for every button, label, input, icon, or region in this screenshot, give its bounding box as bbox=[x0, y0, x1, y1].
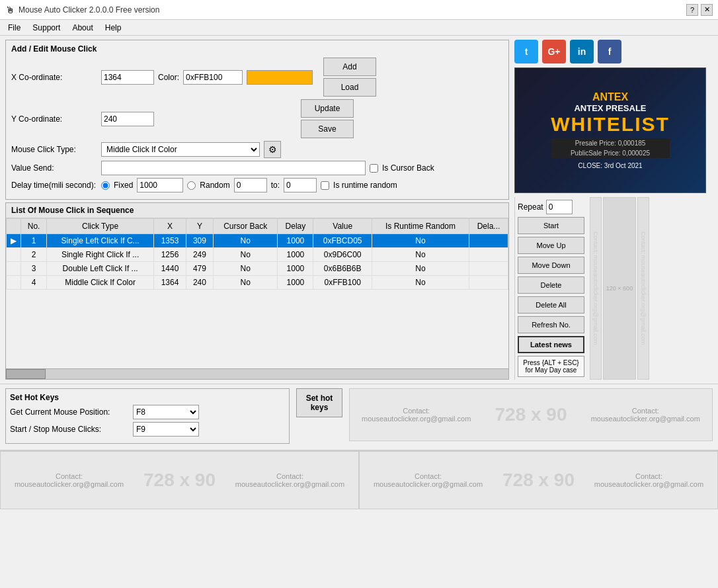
hotkey-ad-1-contact2: Contact: mouseautoclicker.org@gmail.com bbox=[591, 407, 700, 423]
menu-support[interactable]: Support bbox=[27, 22, 65, 34]
title-bar-left: 🖱 Mouse Auto Clicker 2.0.0.0 Free versio… bbox=[5, 5, 159, 15]
bottom-ad-cell-2: Contact: mouseautoclicker.org@gmail.com … bbox=[359, 451, 718, 509]
menu-about[interactable]: About bbox=[67, 22, 98, 34]
table-row[interactable]: 2 Single Right Click If ... 1256 249 No … bbox=[7, 248, 508, 262]
load-button[interactable]: Load bbox=[323, 78, 376, 97]
start-stop-row: Start / Stop Mouse Clicks: F9 F1F2F3F4 F… bbox=[10, 422, 285, 437]
hotkey-ad-1-contact: Contact: mouseautoclicker.org@gmail.com bbox=[362, 407, 471, 423]
runtime-random-label: Is runtime random bbox=[333, 181, 397, 190]
set-hotkeys-button[interactable]: Set hot keys bbox=[296, 388, 342, 417]
runtime-random-checkbox[interactable] bbox=[321, 181, 329, 190]
save-button[interactable]: Save bbox=[301, 120, 354, 138]
side-contacts: Contact: mouseautoclicker.org@gmail.com … bbox=[590, 197, 649, 380]
close-button[interactable]: ✕ bbox=[701, 4, 713, 16]
menu-help[interactable]: Help bbox=[100, 22, 127, 34]
table-row[interactable]: 3 Double Left Click If ... 1440 479 No 1… bbox=[7, 262, 508, 276]
row-delay2 bbox=[469, 276, 508, 290]
help-button[interactable]: ? bbox=[686, 4, 698, 16]
random-to-input[interactable] bbox=[284, 178, 317, 192]
value-send-label: Value Send: bbox=[11, 163, 97, 173]
move-up-button[interactable]: Move Up bbox=[518, 237, 584, 254]
row-cursor-back: No bbox=[213, 276, 278, 290]
color-input[interactable] bbox=[183, 70, 243, 85]
value-send-input[interactable] bbox=[101, 161, 366, 175]
alt-esc-message: Press {ALT + ESC} for May Day case bbox=[518, 356, 584, 377]
row-arrow: ▶ bbox=[7, 234, 21, 248]
repeat-input[interactable] bbox=[546, 200, 573, 214]
row-y: 240 bbox=[186, 276, 214, 290]
title-bar-controls: ? ✕ bbox=[686, 4, 713, 16]
random-radio[interactable] bbox=[187, 181, 196, 190]
cursor-back-checkbox[interactable] bbox=[370, 164, 378, 173]
repeat-row: Repeat bbox=[518, 200, 584, 214]
app-title: Mouse Auto Clicker 2.0.0.0 Free version bbox=[19, 5, 159, 15]
latest-news-button[interactable]: Latest news bbox=[518, 336, 584, 353]
row-value: 0x9D6C00 bbox=[313, 248, 372, 262]
y-input[interactable] bbox=[101, 112, 154, 126]
bottom-ad-size-2: 728 x 90 bbox=[502, 470, 575, 491]
row-is-runtime-random: No bbox=[372, 248, 469, 262]
right-panel-wrapper: Repeat Start Move Up Move Down Delete De… bbox=[514, 197, 713, 380]
row-delay: 1000 bbox=[278, 234, 313, 248]
row-cursor-back: No bbox=[213, 262, 278, 276]
ad-price2: PublicSale Price: 0,000025 bbox=[551, 148, 670, 158]
row-delay: 1000 bbox=[278, 276, 313, 290]
facebook-button[interactable]: f bbox=[598, 40, 621, 63]
value-send-row: Value Send: Is Cursor Back bbox=[11, 161, 503, 175]
bottom-ad-row-1: Contact: mouseautoclicker.org@gmail.com … bbox=[0, 450, 718, 509]
side-contact-2: Contact: mouseautoclicker.org@gmail.com bbox=[637, 197, 649, 380]
row-no: 1 bbox=[21, 234, 47, 248]
random-from-input[interactable] bbox=[234, 178, 267, 192]
cursor-back-label: Is Cursor Back bbox=[382, 163, 434, 173]
row-arrow bbox=[7, 276, 21, 290]
delete-button[interactable]: Delete bbox=[518, 276, 584, 294]
horizontal-scrollbar[interactable] bbox=[6, 368, 508, 379]
gear-button[interactable]: ⚙ bbox=[264, 141, 281, 158]
get-position-select[interactable]: F8 F1F2F3F4 F5F6F7F9 F10F11F12 bbox=[133, 405, 199, 419]
start-stop-select[interactable]: F9 F1F2F3F4 F5F6F7F8 F10F11F12 bbox=[133, 422, 199, 437]
th-is-runtime-random: Is Runtime Random bbox=[372, 219, 469, 234]
row-delay: 1000 bbox=[278, 262, 313, 276]
table-row[interactable]: 4 Middle Click If Color 1364 240 No 1000… bbox=[7, 276, 508, 290]
table-container[interactable]: No. Click Type X Y Cursor Back Delay Val… bbox=[6, 218, 508, 368]
th-delay: Delay bbox=[278, 219, 313, 234]
x-input[interactable] bbox=[101, 70, 154, 85]
row-delay2 bbox=[469, 262, 508, 276]
th-arrow bbox=[7, 219, 21, 234]
th-value: Value bbox=[313, 219, 372, 234]
row-no: 4 bbox=[21, 276, 47, 290]
move-down-button[interactable]: Move Down bbox=[518, 257, 584, 274]
hotkeys-box: Set Hot Keys Get Current Mouse Position:… bbox=[5, 388, 290, 444]
fixed-input[interactable] bbox=[137, 178, 183, 192]
side-contact-1: Contact: mouseautoclicker.org@gmail.com bbox=[590, 197, 602, 380]
ad-banner[interactable]: ANTEX ANTEX PRESALE WHITELIST Presale Pr… bbox=[514, 67, 706, 193]
app-wrapper: 🖱 Mouse Auto Clicker 2.0.0.0 Free versio… bbox=[0, 0, 718, 588]
linkedin-button[interactable]: in bbox=[570, 40, 594, 63]
table-row[interactable]: ▶ 1 Single Left Click If C... 1353 309 N… bbox=[7, 234, 508, 248]
add-button[interactable]: Add bbox=[323, 58, 376, 76]
row-x: 1256 bbox=[154, 248, 186, 262]
row-delay: 1000 bbox=[278, 248, 313, 262]
google-plus-button[interactable]: G+ bbox=[542, 40, 566, 63]
start-button[interactable]: Start bbox=[518, 217, 584, 234]
th-cursor-back: Cursor Back bbox=[213, 219, 278, 234]
fixed-radio[interactable] bbox=[101, 181, 110, 190]
delete-all-button[interactable]: Delete All bbox=[518, 296, 584, 314]
right-buttons: Repeat Start Move Up Move Down Delete De… bbox=[514, 197, 587, 380]
color-swatch[interactable] bbox=[247, 70, 313, 85]
refresh-no-button[interactable]: Refresh No. bbox=[518, 316, 584, 333]
row-cursor-back: No bbox=[213, 234, 278, 248]
click-type-select[interactable]: Middle Click If Color Single Left Click … bbox=[101, 142, 260, 157]
menu-bar: File Support About Help bbox=[0, 20, 718, 36]
delay-row: Delay time(mili second): Fixed Random to… bbox=[11, 178, 503, 192]
bottom-ad-contact-1: Contact: mouseautoclicker.org@gmail.com bbox=[15, 472, 124, 488]
twitter-button[interactable]: t bbox=[514, 40, 538, 63]
clicks-table: No. Click Type X Y Cursor Back Delay Val… bbox=[6, 218, 508, 290]
update-button[interactable]: Update bbox=[301, 99, 354, 118]
hotkey-ad-1-size: 728 x 90 bbox=[495, 404, 567, 425]
random-label: Random bbox=[200, 181, 229, 190]
right-column: t G+ in f ANTEX ANTEX PRESALE WHITELIST … bbox=[514, 40, 713, 380]
title-bar: 🖱 Mouse Auto Clicker 2.0.0.0 Free versio… bbox=[0, 0, 718, 20]
menu-file[interactable]: File bbox=[3, 22, 26, 34]
th-x: X bbox=[154, 219, 186, 234]
